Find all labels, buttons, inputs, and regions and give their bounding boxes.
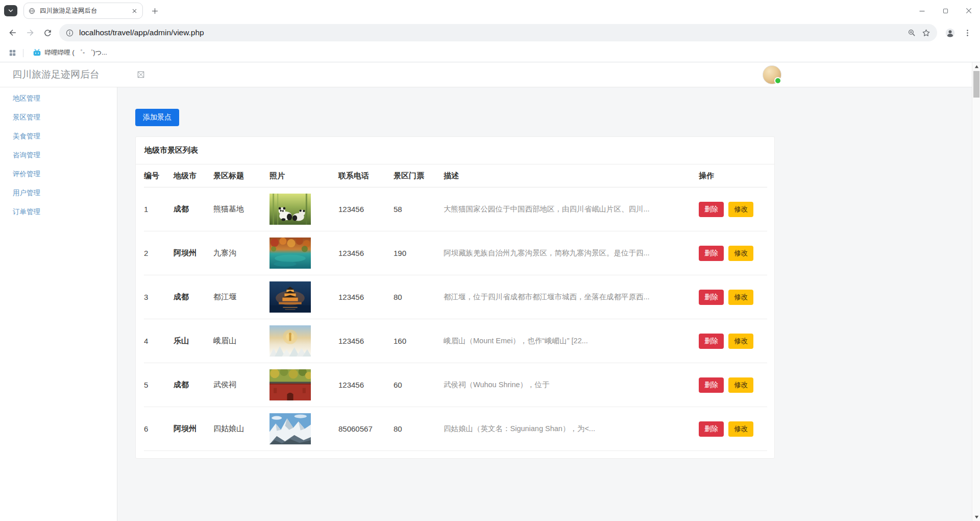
page-scrollbar[interactable] [972, 62, 980, 521]
cell-photo [270, 275, 338, 319]
sidebar-item-regions[interactable]: 地区管理 [0, 89, 117, 108]
cell-id: 6 [144, 407, 174, 451]
delete-button[interactable]: 删除 [699, 421, 724, 437]
scrollbar-down-arrow[interactable] [972, 513, 980, 521]
sidebar-item-food[interactable]: 美食管理 [0, 127, 117, 146]
cell-id: 3 [144, 275, 174, 319]
plus-icon [151, 7, 159, 15]
cell-title: 四姑娘山 [213, 407, 270, 451]
window-minimize-button[interactable] [918, 7, 926, 15]
sidebar-item-reviews[interactable]: 评价管理 [0, 164, 117, 183]
apps-grid-icon[interactable] [8, 49, 17, 57]
delete-button[interactable]: 删除 [699, 377, 724, 393]
edit-button[interactable]: 修改 [728, 377, 753, 393]
chevron-down-icon [7, 7, 14, 14]
main-content: 添加景点 地级市景区列表 编号 地级市 景区标题 [117, 87, 972, 521]
cell-desc: 大熊猫国家公园位于中国西部地区，由四川省岷山片区、四川... [444, 187, 699, 231]
cell-city: 阿坝州 [174, 231, 213, 275]
info-icon [65, 29, 74, 37]
tab-close-icon[interactable] [130, 7, 138, 15]
cell-actions: 删除 修改 [699, 407, 767, 451]
table-header-row: 编号 地级市 景区标题 照片 联系电话 景区门票 描述 操作 [144, 164, 767, 187]
add-scenic-button[interactable]: 添加景点 [135, 109, 179, 126]
cell-title: 熊猫基地 [213, 187, 270, 231]
address-bar[interactable]: localhost/travel/app/admin/view.php [59, 24, 937, 41]
col-ticket: 景区门票 [394, 164, 444, 187]
cell-ticket: 60 [394, 363, 444, 407]
site-favicon [28, 7, 36, 15]
edit-button[interactable]: 修改 [728, 202, 753, 217]
col-photo: 照片 [270, 164, 338, 187]
sidebar-item-users[interactable]: 用户管理 [0, 183, 117, 202]
window-maximize-button[interactable] [942, 7, 949, 15]
delete-button[interactable]: 删除 [699, 202, 724, 217]
cell-desc: 四姑娘山（英文名：Siguniang Shan），为<... [444, 407, 699, 451]
tab-search-button[interactable] [4, 5, 17, 16]
edit-button[interactable]: 修改 [728, 421, 753, 437]
user-avatar[interactable] [763, 65, 781, 84]
col-actions: 操作 [699, 164, 767, 187]
reload-button[interactable] [39, 24, 56, 41]
cell-photo [270, 363, 338, 407]
scenic-table: 编号 地级市 景区标题 照片 联系电话 景区门票 描述 操作 1 成都 [144, 164, 767, 451]
delete-button[interactable]: 删除 [699, 290, 724, 305]
photo-dujiangyan [270, 281, 311, 313]
tab-strip: 四川旅游足迹网后台 [0, 0, 980, 21]
browser-tab[interactable]: 四川旅游足迹网后台 [23, 3, 143, 19]
cell-actions: 删除 修改 [699, 363, 767, 407]
cell-ticket: 58 [394, 187, 444, 231]
browser-menu-button[interactable] [959, 24, 976, 41]
col-desc: 描述 [444, 164, 699, 187]
reload-icon [43, 28, 53, 38]
tab-title: 四川旅游足迹网后台 [40, 7, 126, 15]
sidebar-item-consult[interactable]: 咨询管理 [0, 146, 117, 164]
zoom-icon[interactable] [907, 28, 916, 37]
col-title: 景区标题 [213, 164, 270, 187]
forward-arrow-icon [25, 28, 35, 38]
bookmark-bilibili[interactable]: 哔哩哔哩 ( ゜- ゜)つ... [30, 46, 110, 60]
cell-city: 阿坝州 [174, 407, 213, 451]
edit-button[interactable]: 修改 [728, 334, 753, 349]
profile-button[interactable] [941, 24, 959, 41]
bookmark-star-icon[interactable] [921, 28, 931, 38]
photo-emeishan [270, 325, 311, 357]
cell-phone: 123456 [338, 319, 394, 363]
url-text: localhost/travel/app/admin/view.php [79, 28, 902, 37]
table-row: 4 乐山 峨眉山 123456 160 峨眉山（Mount Emei），也作“峨… [144, 319, 767, 363]
cell-actions: 删除 修改 [699, 319, 767, 363]
cell-city: 成都 [174, 363, 213, 407]
admin-page: 四川旅游足迹网后台 地区管理 景区管理 美食管理 咨询管理 评价管理 用户管理 … [0, 62, 972, 521]
cell-ticket: 190 [394, 231, 444, 275]
sidebar-item-scenic[interactable]: 景区管理 [0, 108, 117, 127]
back-button[interactable] [4, 24, 21, 41]
three-dots-icon [963, 29, 972, 37]
forward-button[interactable] [21, 24, 39, 41]
cell-phone: 123456 [338, 231, 394, 275]
page-title: 四川旅游足迹网后台 [12, 68, 100, 81]
bilibili-favicon [33, 49, 41, 57]
scrollbar-up-arrow[interactable] [972, 62, 980, 70]
delete-button[interactable]: 删除 [699, 334, 724, 349]
browser-chrome: 四川旅游足迹网后台 [0, 0, 980, 62]
delete-button[interactable]: 删除 [699, 246, 724, 261]
cell-phone: 123456 [338, 275, 394, 319]
cell-id: 2 [144, 231, 174, 275]
menu-toggle-icon[interactable] [137, 71, 144, 78]
edit-button[interactable]: 修改 [728, 290, 753, 305]
cell-title: 九寨沟 [213, 231, 270, 275]
scrollbar-thumb[interactable] [973, 71, 979, 98]
window-close-button[interactable] [965, 7, 973, 15]
new-tab-button[interactable] [151, 7, 159, 15]
cell-phone: 123456 [338, 187, 394, 231]
sidebar-item-orders[interactable]: 订单管理 [0, 202, 117, 221]
cell-desc: 峨眉山（Mount Emei），也作“峨嵋山” [22... [444, 319, 699, 363]
edit-button[interactable]: 修改 [728, 246, 753, 261]
cell-title: 都江堰 [213, 275, 270, 319]
scenic-table-body: 1 成都 熊猫基地 123456 58 大熊猫国家公园位于中国西部地区，由四川省… [144, 187, 767, 451]
cell-phone: 123456 [338, 363, 394, 407]
cell-desc: 武侯祠（Wuhou Shrine），位于 [444, 363, 699, 407]
cell-photo [270, 407, 338, 451]
cell-actions: 删除 修改 [699, 187, 767, 231]
cell-photo [270, 187, 338, 231]
cell-title: 峨眉山 [213, 319, 270, 363]
